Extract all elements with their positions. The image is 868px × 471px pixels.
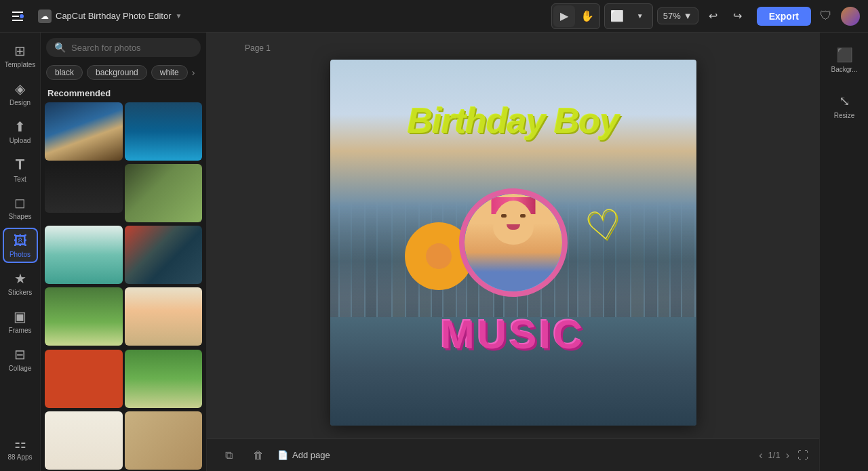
zoom-value: 57%	[663, 11, 681, 21]
project-dropdown-arrow: ▼	[176, 12, 182, 20]
canvas-title[interactable]: Birthday Boy	[408, 100, 619, 141]
sidebar-item-design[interactable]: ◈ Design	[3, 76, 38, 111]
heart-sticker[interactable]: ♡	[581, 199, 625, 252]
page-counter: 1/1	[768, 450, 781, 460]
templates-icon: ⊞	[14, 43, 26, 59]
design-icon: ◈	[15, 81, 25, 97]
add-page-button[interactable]: 📄 Add page	[277, 450, 330, 460]
upload-icon: ⬆	[14, 119, 26, 135]
fullscreen-btn[interactable]: ⛶	[797, 449, 808, 462]
redo-btn[interactable]: ↪	[727, 5, 749, 27]
text-label: Text	[14, 176, 26, 183]
canvas-delete-btn[interactable]: 🗑	[248, 445, 269, 466]
filter-tags: black background white ›	[41, 62, 206, 83]
canvas-bottom-bar: ⧉ 🗑 📄 Add page ‹ 1/1 › ⛶	[207, 438, 819, 471]
shapes-icon: ◻	[14, 194, 26, 211]
canvas-music[interactable]: MUSIC	[441, 311, 585, 358]
photo-circle-frame[interactable]	[459, 188, 568, 297]
photo-thumb-4[interactable]	[125, 164, 203, 222]
upload-label: Upload	[9, 137, 31, 144]
photo-thumb-6[interactable]	[125, 226, 203, 284]
photo-thumb-3[interactable]	[45, 164, 123, 213]
search-bar[interactable]: 🔍	[46, 38, 201, 57]
undo-redo-group: ↩ ↪	[703, 5, 749, 27]
photo-thumb-8[interactable]	[125, 287, 203, 346]
photo-thumb-1[interactable]	[45, 102, 123, 161]
select-tool[interactable]: ▶	[553, 5, 575, 27]
photo-thumb-2[interactable]	[125, 102, 203, 161]
canvas-background: Birthday Boy	[330, 60, 696, 426]
boy-photo	[465, 194, 562, 291]
frames-label: Frames	[9, 327, 32, 334]
sidebar-item-upload[interactable]: ⬆ Upload	[3, 114, 38, 149]
canvas-copy-btn[interactable]: ⧉	[218, 445, 239, 466]
zoom-arrow: ▼	[684, 11, 692, 21]
page-nav: ‹ 1/1 ›	[759, 449, 789, 462]
shield-icon: 🛡	[816, 7, 835, 26]
templates-label: Templates	[5, 61, 36, 68]
resize-label: Resize	[834, 112, 855, 119]
page-prev-btn[interactable]: ‹	[759, 449, 762, 462]
add-page-label: Add page	[292, 450, 330, 460]
photo-thumb-12[interactable]	[125, 411, 203, 470]
photo-thumb-5[interactable]	[45, 226, 123, 284]
page-label: Page 1	[245, 43, 271, 53]
main-content: ⊞ Templates ◈ Design ⬆ Upload T Text ◻ S…	[0, 33, 868, 471]
right-panel: ⬛ Backgr... ⤡ Resize	[819, 33, 868, 471]
move-tool[interactable]: ✋	[576, 5, 598, 27]
text-icon: T	[16, 156, 24, 173]
sidebar-item-frames[interactable]: ▣ Frames	[3, 304, 38, 339]
tag-white[interactable]: white	[151, 65, 188, 80]
background-icon: ⬛	[836, 47, 853, 63]
tag-background[interactable]: background	[87, 65, 147, 80]
right-panel-background[interactable]: ⬛ Backgr...	[823, 38, 866, 81]
sidebar-item-text[interactable]: T Text	[3, 152, 38, 187]
logo[interactable]	[8, 7, 27, 26]
sidebar-item-templates[interactable]: ⊞ Templates	[3, 38, 38, 73]
canvas[interactable]: Birthday Boy	[330, 60, 696, 426]
collage-icon: ⊟	[14, 346, 26, 363]
background-label: Backgr...	[831, 66, 858, 73]
sidebar-item-apps[interactable]: ⚏ 88 Apps	[3, 430, 38, 466]
user-avatar[interactable]	[841, 7, 860, 26]
left-panel: 🔍 black background white › Recommended	[41, 33, 207, 471]
apps-icon: ⚏	[14, 435, 26, 451]
project-info[interactable]: ☁ CapCut Birthday Photo Editor ▼	[38, 9, 182, 23]
toolbar-tools: ▶ ✋ ⬜ ▼ 57% ▼ ↩ ↪	[551, 3, 749, 29]
zoom-control[interactable]: 57% ▼	[657, 7, 698, 24]
tag-black[interactable]: black	[46, 65, 83, 80]
recommended-label: Recommended	[41, 83, 206, 102]
sidebar-item-photos[interactable]: 🖼 Photos	[3, 228, 38, 263]
add-page-icon: 📄	[277, 450, 288, 460]
apps-label: 88 Apps	[7, 453, 32, 461]
project-icon: ☁	[38, 9, 52, 23]
collage-label: Collage	[9, 365, 32, 372]
canvas-size-btn[interactable]: ⬜	[606, 5, 628, 27]
photo-thumb-9[interactable]	[45, 350, 123, 408]
undo-btn[interactable]: ↩	[703, 5, 724, 27]
tags-more-arrow[interactable]: ›	[192, 67, 195, 78]
frames-icon: ▣	[14, 308, 26, 325]
topbar: ☁ CapCut Birthday Photo Editor ▼ ▶ ✋ ⬜ ▼…	[0, 0, 868, 33]
search-icon: 🔍	[54, 42, 66, 53]
export-button[interactable]: Export	[757, 7, 811, 26]
canvas-size-tool: ⬜ ▼	[604, 3, 653, 29]
canvas-size-dropdown[interactable]: ▼	[629, 5, 651, 27]
shapes-label: Shapes	[9, 213, 32, 220]
page-next-btn[interactable]: ›	[786, 449, 789, 462]
project-name: CapCut Birthday Photo Editor	[56, 11, 172, 21]
photo-thumb-11[interactable]	[45, 411, 123, 470]
sidebar-item-stickers[interactable]: ★ Stickers	[3, 266, 38, 301]
resize-icon: ⤡	[839, 93, 850, 109]
photo-grid	[41, 102, 206, 471]
photo-thumb-10[interactable]	[125, 350, 203, 408]
topbar-right: Export 🛡	[757, 7, 860, 26]
photo-circle-ring	[459, 188, 568, 297]
design-label: Design	[9, 99, 31, 106]
sidebar-item-shapes[interactable]: ◻ Shapes	[3, 190, 38, 225]
sidebar-item-collage[interactable]: ⊟ Collage	[3, 342, 38, 377]
search-input[interactable]	[71, 43, 193, 53]
right-panel-resize[interactable]: ⤡ Resize	[823, 84, 866, 127]
sidebar: ⊞ Templates ◈ Design ⬆ Upload T Text ◻ S…	[0, 33, 41, 471]
photo-thumb-7[interactable]	[45, 287, 123, 346]
